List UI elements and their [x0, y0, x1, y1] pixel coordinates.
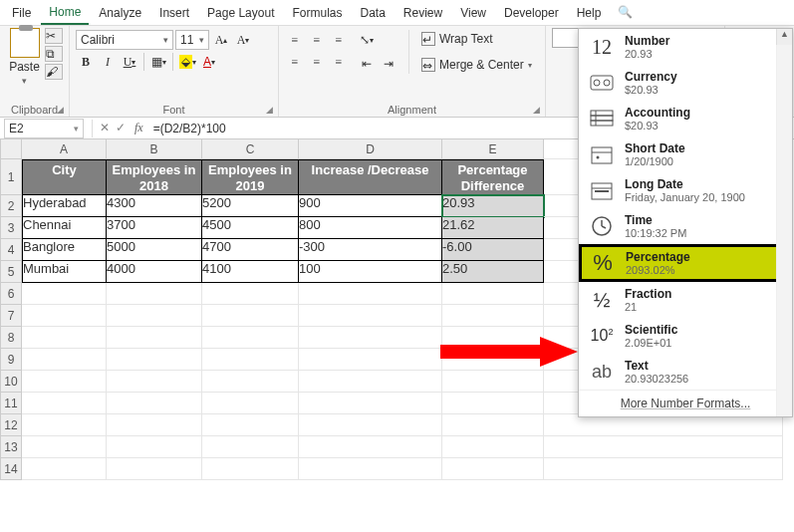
scrollbar[interactable] — [776, 45, 792, 416]
row-header-13[interactable]: 13 — [0, 436, 22, 458]
menu-file[interactable]: File — [4, 2, 39, 24]
paste-button[interactable]: Paste ▾ — [6, 28, 43, 86]
alignment-launcher[interactable]: ◢ — [533, 105, 543, 115]
col-header-E[interactable]: E — [442, 139, 544, 159]
row-header-12[interactable]: 12 — [0, 414, 22, 436]
cell-A8[interactable] — [22, 327, 107, 349]
align-middle-button[interactable]: ≡ — [307, 30, 327, 50]
row-header-2[interactable]: 2 — [0, 195, 22, 217]
header-cell-E[interactable]: Percentage Difference — [442, 159, 544, 195]
cell-B3[interactable]: 3700 — [107, 217, 202, 239]
font-name-select[interactable]: Calibri▾ — [76, 30, 173, 50]
cell-E11[interactable] — [442, 393, 544, 414]
cell-D7[interactable] — [299, 305, 442, 327]
header-cell-B[interactable]: Employees in 2018 — [107, 159, 202, 195]
header-cell-C[interactable]: Employees in 2019 — [202, 159, 299, 195]
format-option-scientific[interactable]: 102 Scientific2.09E+01 — [579, 318, 792, 354]
menu-analyze[interactable]: Analyze — [91, 2, 149, 24]
cell-E5[interactable]: 2.50 — [442, 261, 544, 283]
row-header-3[interactable]: 3 — [0, 217, 22, 239]
cell-B2[interactable]: 4300 — [107, 195, 202, 217]
cell-B11[interactable] — [107, 393, 202, 414]
cell-E3[interactable]: 21.62 — [442, 217, 544, 239]
enter-formula-button[interactable]: ✓ — [113, 119, 129, 138]
cell-B14[interactable] — [107, 458, 202, 480]
scroll-up-button[interactable]: ▲ — [776, 29, 792, 45]
format-option-accounting[interactable]: Accounting$20.93 — [579, 101, 792, 136]
align-left-button[interactable]: ≡ — [285, 52, 305, 72]
increase-indent-button[interactable]: ⇥ — [379, 54, 398, 74]
cell-A13[interactable] — [22, 436, 107, 458]
more-number-formats[interactable]: More Number Formats... — [579, 390, 792, 416]
cell-B10[interactable] — [107, 371, 202, 393]
cell-D12[interactable] — [299, 414, 442, 436]
cell-B12[interactable] — [107, 414, 202, 436]
cell-A4[interactable]: Banglore — [22, 239, 107, 261]
underline-button[interactable]: U ▾ — [120, 52, 139, 72]
font-color-button[interactable]: A▾ — [199, 52, 219, 72]
cell-C13[interactable] — [202, 436, 299, 458]
col-header-B[interactable]: B — [107, 139, 202, 159]
menu-formulas[interactable]: Formulas — [284, 2, 350, 24]
cell-C4[interactable]: 4700 — [202, 239, 299, 261]
row-header-4[interactable]: 4 — [0, 239, 22, 261]
align-right-button[interactable]: ≡ — [329, 52, 349, 72]
cell-A11[interactable] — [22, 393, 107, 414]
cell-B9[interactable] — [107, 349, 202, 371]
font-launcher[interactable]: ◢ — [266, 105, 276, 115]
cell-B4[interactable]: 5000 — [107, 239, 202, 261]
cell-D3[interactable]: 800 — [299, 217, 442, 239]
wrap-text-button[interactable]: ↵Wrap Text — [419, 28, 534, 50]
menu-insert[interactable]: Insert — [151, 2, 197, 24]
row-header-1[interactable]: 1 — [0, 159, 22, 195]
row-header-7[interactable]: 7 — [0, 305, 22, 327]
format-option-fraction[interactable]: ½ Fraction21 — [579, 282, 792, 318]
increase-font-button[interactable]: A▴ — [211, 30, 231, 50]
format-option-time[interactable]: Time10:19:32 PM — [579, 208, 792, 244]
cell-A2[interactable]: Hyderabad — [22, 195, 107, 217]
cell-D2[interactable]: 900 — [299, 195, 442, 217]
format-painter-button[interactable]: 🖌 — [45, 64, 63, 80]
align-bottom-button[interactable]: ≡ — [329, 30, 349, 50]
header-cell-A[interactable]: City — [22, 159, 107, 195]
col-header-D[interactable]: D — [299, 139, 442, 159]
cell-C2[interactable]: 5200 — [202, 195, 299, 217]
cell-D13[interactable] — [299, 436, 442, 458]
row-header-10[interactable]: 10 — [0, 371, 22, 393]
cell-C11[interactable] — [202, 393, 299, 414]
cell-C5[interactable]: 4100 — [202, 261, 299, 283]
col-header-A[interactable]: A — [22, 139, 107, 159]
cell-C7[interactable] — [202, 305, 299, 327]
cell-A9[interactable] — [22, 349, 107, 371]
cut-button[interactable]: ✂ — [45, 28, 63, 44]
menu-help[interactable]: Help — [569, 2, 610, 24]
cell-B6[interactable] — [107, 283, 202, 305]
cell-A5[interactable]: Mumbai — [22, 261, 107, 283]
cell-E13[interactable] — [442, 436, 544, 458]
decrease-indent-button[interactable]: ⇤ — [357, 54, 377, 74]
menu-page-layout[interactable]: Page Layout — [199, 2, 282, 24]
row-header-5[interactable]: 5 — [0, 261, 22, 283]
menu-home[interactable]: Home — [41, 1, 89, 25]
cell-B5[interactable]: 4000 — [107, 261, 202, 283]
cell-D11[interactable] — [299, 393, 442, 414]
format-option-currency[interactable]: Currency$20.93 — [579, 65, 792, 101]
cell-E6[interactable] — [442, 283, 544, 305]
menu-data[interactable]: Data — [352, 2, 393, 24]
col-header-C[interactable]: C — [202, 139, 299, 159]
format-option-percentage[interactable]: % Percentage2093.02% — [580, 245, 791, 281]
cell-A7[interactable] — [22, 305, 107, 327]
format-option-text[interactable]: ab Text20.93023256 — [579, 354, 792, 390]
cell-A6[interactable] — [22, 283, 107, 305]
font-size-select[interactable]: 11▾ — [175, 30, 209, 50]
align-top-button[interactable]: ≡ — [285, 30, 305, 50]
cell-C9[interactable] — [202, 349, 299, 371]
italic-button[interactable]: I — [98, 52, 118, 72]
cell-D14[interactable] — [299, 458, 442, 480]
merge-center-button[interactable]: ⇔Merge & Center ▾ — [419, 54, 534, 76]
row-header-6[interactable]: 6 — [0, 283, 22, 305]
clipboard-launcher[interactable]: ◢ — [57, 105, 67, 115]
cell-D4[interactable]: -300 — [299, 239, 442, 261]
format-option-number[interactable]: 12 Number20.93 — [579, 29, 792, 65]
menu-developer[interactable]: Developer — [496, 2, 567, 24]
